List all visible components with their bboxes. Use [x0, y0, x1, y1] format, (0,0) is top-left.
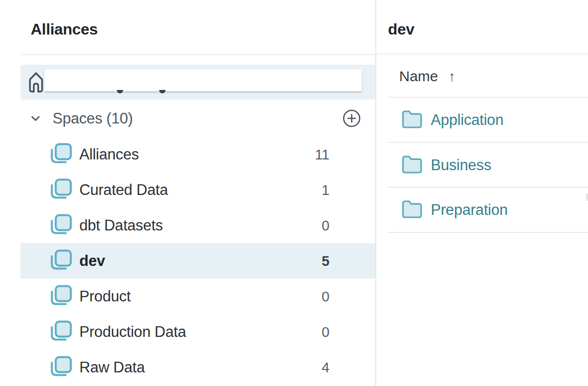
sidebar-item-count: 0: [322, 324, 330, 340]
table-row-preparation[interactable]: Preparation: [376, 188, 588, 233]
sidebar-item-count: 5: [322, 253, 330, 269]
table-row-business[interactable]: Business: [376, 143, 588, 188]
space-icon: [50, 285, 72, 310]
page-title: dev: [388, 20, 414, 38]
sidebar-item-raw-data[interactable]: Raw Data 4: [20, 350, 376, 385]
sidebar-item-product[interactable]: Product 0: [20, 279, 376, 314]
redacted-text-overlay: [44, 70, 362, 91]
sidebar-title: Alliances: [31, 20, 98, 38]
sidebar-item-curated-data[interactable]: Curated Data 1: [20, 172, 376, 208]
folder-icon: [401, 109, 423, 131]
sidebar-item-label: dbt Datasets: [79, 217, 163, 234]
space-icon: [50, 320, 72, 345]
main-panel: dev Name ↑ Application: [376, 0, 588, 386]
sidebar-item-production-data[interactable]: Production Data 0: [20, 314, 376, 350]
sort-ascending-icon[interactable]: ↑: [448, 68, 456, 84]
redacted-text-descender: [117, 90, 123, 93]
sidebar-item-label: Raw Data: [79, 359, 145, 376]
table-header-row: Name ↑: [376, 54, 588, 98]
sidebar-item-label: dev: [79, 252, 105, 270]
space-icon: [50, 214, 72, 239]
app-window: Alliances Spaces (10): [0, 0, 588, 386]
sidebar-item-alliances[interactable]: Alliances 11: [20, 137, 376, 172]
sidebar-divider: [21, 54, 375, 55]
sidebar-item-dbt-datasets[interactable]: dbt Datasets 0: [20, 208, 376, 243]
folder-link[interactable]: Business: [431, 157, 491, 174]
sidebar-item-dev[interactable]: dev 5: [20, 243, 376, 279]
sidebar-item-count: 0: [322, 288, 330, 304]
sidebar-item-count: 0: [322, 217, 330, 233]
clipped-edge-element: [586, 193, 588, 201]
sidebar-item-count: 11: [315, 146, 330, 162]
sidebar-item-count: 4: [322, 359, 330, 375]
spaces-list: Alliances 11 Curated Data 1: [20, 137, 376, 385]
table-row-application[interactable]: Application: [376, 98, 588, 143]
sidebar-item-label: Curated Data: [79, 181, 168, 199]
space-icon: [50, 356, 72, 381]
spaces-section-label: Spaces (10): [53, 110, 133, 127]
sidebar: Alliances Spaces (10): [0, 0, 375, 386]
sidebar-item-count: 1: [322, 182, 330, 198]
space-icon: [50, 249, 72, 274]
chevron-down-icon[interactable]: [29, 112, 42, 127]
sidebar-item-label: Alliances: [79, 146, 139, 163]
spaces-section-header[interactable]: Spaces (10): [20, 109, 376, 128]
column-header-name[interactable]: Name: [399, 68, 438, 85]
folder-link[interactable]: Application: [431, 111, 503, 129]
space-icon: [50, 178, 72, 203]
space-icon: [50, 143, 72, 168]
folder-icon: [401, 154, 423, 176]
sidebar-item-label: Product: [79, 288, 130, 305]
folder-icon: [401, 199, 423, 221]
contents-table: Name ↑ Application Business: [376, 54, 588, 233]
sidebar-item-label: Production Data: [79, 323, 186, 341]
redacted-text-descender: [159, 90, 165, 93]
plus-circle-icon[interactable]: [343, 109, 361, 127]
folder-link[interactable]: Preparation: [431, 201, 508, 219]
home-row[interactable]: [20, 65, 376, 100]
